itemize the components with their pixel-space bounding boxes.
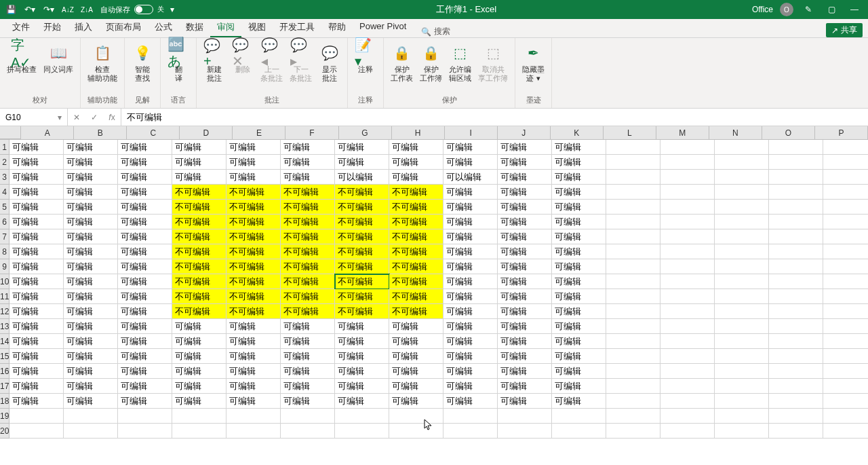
cell-J14[interactable]: 可编辑: [498, 334, 552, 349]
cell-M13[interactable]: [660, 319, 715, 334]
cell-A16[interactable]: 可编辑: [9, 364, 64, 379]
cell-P5[interactable]: [823, 200, 868, 215]
row-header-12[interactable]: 12: [0, 304, 9, 319]
tab-视图[interactable]: 视图: [241, 17, 273, 37]
cell-L4[interactable]: [606, 185, 660, 200]
cell-I19[interactable]: [443, 409, 498, 424]
cell-D5[interactable]: 不可编辑: [172, 200, 226, 215]
ribbon-btn-保护工作表[interactable]: 🔒保护 工作表: [388, 41, 416, 84]
cell-I10[interactable]: 可编辑: [443, 274, 498, 289]
cell-L13[interactable]: [606, 319, 660, 334]
cell-K20[interactable]: [552, 424, 606, 439]
col-header-N[interactable]: N: [709, 126, 762, 139]
col-header-F[interactable]: F: [285, 126, 338, 139]
cell-B12[interactable]: 可编辑: [64, 304, 118, 319]
cell-F18[interactable]: 可编辑: [281, 394, 335, 409]
cell-B4[interactable]: 可编辑: [64, 185, 118, 200]
ribbon-btn-拼写检查[interactable]: 字A✓拼写检查: [4, 41, 39, 75]
cell-P10[interactable]: [823, 274, 868, 289]
row-header-13[interactable]: 13: [0, 319, 9, 334]
cell-J9[interactable]: 可编辑: [498, 259, 552, 274]
cell-D9[interactable]: 不可编辑: [172, 259, 226, 274]
col-header-C[interactable]: C: [127, 126, 180, 139]
cell-H1[interactable]: 可编辑: [389, 140, 443, 155]
cell-M4[interactable]: [660, 185, 715, 200]
cell-M14[interactable]: [660, 334, 715, 349]
cell-I13[interactable]: 可编辑: [443, 319, 498, 334]
cell-P20[interactable]: [823, 424, 868, 439]
cell-G19[interactable]: [335, 409, 389, 424]
row-header-1[interactable]: 1: [0, 140, 9, 155]
cell-O14[interactable]: [769, 334, 823, 349]
cell-J4[interactable]: 可编辑: [498, 185, 552, 200]
ribbon-btn-保护工作簿[interactable]: 🔒保护 工作簿: [417, 41, 445, 84]
cell-B1[interactable]: 可编辑: [64, 140, 118, 155]
cell-F11[interactable]: 不可编辑: [281, 289, 335, 304]
cell-M19[interactable]: [660, 409, 715, 424]
cell-D3[interactable]: 可编辑: [172, 170, 226, 185]
tab-Power Pivot[interactable]: Power Pivot: [353, 17, 413, 37]
cell-P8[interactable]: [823, 244, 868, 259]
cell-N15[interactable]: [715, 349, 769, 364]
cell-E1[interactable]: 可编辑: [226, 140, 281, 155]
cell-E15[interactable]: 可编辑: [226, 349, 281, 364]
row-header-20[interactable]: 20: [0, 424, 9, 439]
cell-H10[interactable]: 不可编辑: [389, 274, 443, 289]
cell-D4[interactable]: 不可编辑: [172, 185, 226, 200]
cell-P16[interactable]: [823, 364, 868, 379]
cell-N2[interactable]: [715, 155, 769, 170]
cell-M7[interactable]: [660, 229, 715, 244]
cell-D20[interactable]: [172, 424, 226, 439]
cell-M3[interactable]: [660, 170, 715, 185]
search-button[interactable]: 🔍 搜索: [421, 26, 450, 37]
cell-K13[interactable]: 可编辑: [552, 319, 606, 334]
cell-O6[interactable]: [769, 215, 823, 229]
cell-F7[interactable]: 不可编辑: [281, 229, 335, 244]
cell-C14[interactable]: 可编辑: [118, 334, 172, 349]
cell-G2[interactable]: 可编辑: [335, 155, 389, 170]
cell-B3[interactable]: 可编辑: [64, 170, 118, 185]
cell-F2[interactable]: 可编辑: [281, 155, 335, 170]
cell-J6[interactable]: 可编辑: [498, 215, 552, 229]
cell-O1[interactable]: [769, 140, 823, 155]
col-header-H[interactable]: H: [392, 126, 445, 139]
share-button[interactable]: ↗ 共享: [826, 23, 863, 37]
cell-D1[interactable]: 可编辑: [172, 140, 226, 155]
cell-O12[interactable]: [769, 304, 823, 319]
cell-A6[interactable]: 可编辑: [9, 215, 64, 229]
cell-L11[interactable]: [606, 289, 660, 304]
cell-I5[interactable]: 可编辑: [443, 200, 498, 215]
cell-G14[interactable]: 可编辑: [335, 334, 389, 349]
cell-K14[interactable]: 可编辑: [552, 334, 606, 349]
cell-N19[interactable]: [715, 409, 769, 424]
cell-B10[interactable]: 可编辑: [64, 274, 118, 289]
cell-K11[interactable]: 可编辑: [552, 289, 606, 304]
cell-C1[interactable]: 可编辑: [118, 140, 172, 155]
cell-B9[interactable]: 可编辑: [64, 259, 118, 274]
cell-M10[interactable]: [660, 274, 715, 289]
cell-B6[interactable]: 可编辑: [64, 215, 118, 229]
cell-B2[interactable]: 可编辑: [64, 155, 118, 170]
cell-P7[interactable]: [823, 229, 868, 244]
cell-P1[interactable]: [823, 140, 868, 155]
cell-K10[interactable]: 可编辑: [552, 274, 606, 289]
cell-I9[interactable]: 可编辑: [443, 259, 498, 274]
autosave-toggle[interactable]: 自动保存 关: [100, 5, 164, 15]
cell-I12[interactable]: 可编辑: [443, 304, 498, 319]
cell-D7[interactable]: 不可编辑: [172, 229, 226, 244]
cell-E14[interactable]: 可编辑: [226, 334, 281, 349]
cell-C8[interactable]: 可编辑: [118, 244, 172, 259]
cell-H13[interactable]: 可编辑: [389, 319, 443, 334]
cell-A19[interactable]: [9, 409, 64, 424]
cell-A15[interactable]: 可编辑: [9, 349, 64, 364]
row-header-8[interactable]: 8: [0, 244, 9, 259]
col-header-P[interactable]: P: [815, 126, 868, 139]
cell-B11[interactable]: 可编辑: [64, 289, 118, 304]
drawing-icon[interactable]: ✎: [800, 1, 816, 18]
user-avatar[interactable]: O: [780, 3, 793, 16]
cell-A2[interactable]: 可编辑: [9, 155, 64, 170]
cell-E20[interactable]: [226, 424, 281, 439]
row-header-18[interactable]: 18: [0, 394, 9, 409]
cell-C20[interactable]: [118, 424, 172, 439]
cell-A1[interactable]: 可编辑: [9, 140, 64, 155]
